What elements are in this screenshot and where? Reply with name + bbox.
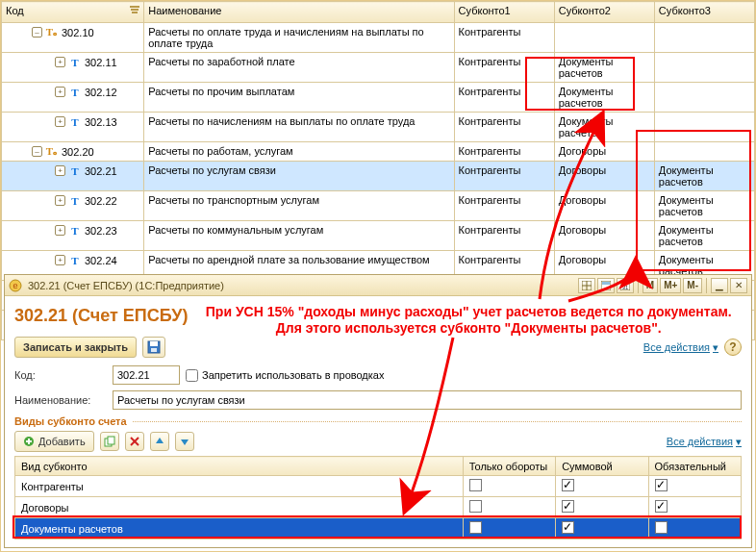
subkonto-req-cell[interactable]	[648, 518, 741, 539]
collapse-icon[interactable]: –	[32, 27, 42, 38]
titlebar-close[interactable]: ✕	[730, 278, 747, 293]
account-code: 302.20	[62, 146, 94, 158]
subkonto-req-cell[interactable]	[648, 497, 741, 518]
copy-icon	[104, 436, 115, 447]
titlebar-calc-icon[interactable]	[597, 278, 615, 293]
code-input[interactable]	[113, 365, 180, 385]
table-row[interactable]: +T302.11Расчеты по заработной платеКонтр…	[2, 53, 755, 83]
table-row[interactable]: +T302.23Расчеты по коммунальным услугамК…	[2, 221, 755, 251]
col-header-sub1[interactable]: Субконто1	[454, 2, 554, 23]
subk-col-turn[interactable]: Только обороты	[463, 457, 555, 476]
titlebar-m[interactable]: M	[643, 278, 658, 293]
col-header-sub3[interactable]: Субконто3	[654, 2, 754, 23]
checkbox-icon[interactable]	[469, 500, 482, 513]
account-group-icon: Tₒ	[45, 26, 59, 38]
cell-s2: Договоры	[554, 142, 654, 162]
checkbox-icon[interactable]	[562, 500, 574, 513]
all-actions-link-2[interactable]: Все действия▾	[667, 436, 742, 448]
subk-col-sum[interactable]: Суммовой	[556, 457, 648, 476]
expand-icon[interactable]: +	[55, 87, 65, 97]
titlebar-minimize[interactable]: ▁	[711, 278, 728, 293]
subkonto-toolbar: Добавить Все действия▾	[14, 431, 742, 452]
account-code: 302.23	[85, 225, 117, 237]
subkonto-turn-cell[interactable]	[463, 476, 555, 497]
subkonto-turn-cell[interactable]	[463, 518, 555, 539]
subk-col-req[interactable]: Обязательный	[648, 457, 741, 476]
subkonto-kind-cell: Контрагенты	[15, 476, 464, 497]
table-row[interactable]: +T302.21Расчеты по услугам связиКонтраге…	[2, 162, 755, 191]
table-row[interactable]: –Tₒ302.20Расчеты по работам, услугамКонт…	[2, 142, 755, 162]
subkonto-req-cell[interactable]	[648, 476, 741, 497]
checkbox-icon[interactable]	[655, 521, 668, 534]
checkbox-icon[interactable]	[562, 479, 574, 491]
col-header-code[interactable]: Код	[2, 2, 144, 23]
all-actions-link[interactable]: Все действия▾	[643, 341, 718, 354]
titlebar-mplus[interactable]: M+	[660, 278, 681, 293]
move-up-button[interactable]	[150, 432, 169, 451]
cell-s1: Контрагенты	[454, 53, 554, 83]
checkbox-icon[interactable]	[562, 521, 574, 534]
subkonto-table[interactable]: Вид субконто Только обороты Суммовой Обя…	[14, 456, 742, 539]
expand-icon[interactable]: +	[55, 255, 65, 265]
checkbox-icon[interactable]	[655, 500, 668, 513]
checkbox-icon[interactable]	[469, 521, 482, 534]
table-row[interactable]: –Tₒ302.10Расчеты по оплате труда и начис…	[2, 23, 755, 53]
table-row[interactable]: +T302.12Расчеты по прочим выплатамКонтра…	[2, 83, 755, 113]
checkbox-icon[interactable]	[469, 479, 482, 491]
help-button[interactable]: ?	[724, 339, 742, 356]
table-row[interactable]: +T302.13Расчеты по начислениям на выплат…	[2, 113, 755, 142]
expand-icon[interactable]: +	[55, 57, 65, 67]
save-button[interactable]	[142, 337, 165, 358]
cell-s1: Контрагенты	[454, 83, 554, 113]
add-button[interactable]: Добавить	[14, 431, 94, 452]
subkonto-row[interactable]: Договоры	[15, 497, 742, 518]
subkonto-row[interactable]: Контрагенты	[15, 476, 742, 497]
expand-icon[interactable]: +	[55, 225, 65, 236]
subkonto-turn-cell[interactable]	[463, 497, 555, 518]
titlebar-calendar-icon[interactable]: 31	[617, 278, 634, 293]
table-row[interactable]: +T302.22Расчеты по транспортным услугамК…	[2, 191, 755, 221]
cell-s2: Документы расчетов	[554, 113, 654, 142]
svg-rect-2	[132, 12, 138, 13]
label-code: Код:	[14, 369, 107, 381]
forbid-posting-checkbox-input[interactable]	[186, 369, 198, 382]
app-icon: e	[9, 279, 22, 292]
name-input[interactable]	[113, 390, 742, 410]
move-down-button[interactable]	[175, 432, 194, 451]
subkonto-sum-cell[interactable]	[556, 476, 648, 497]
account-code: 302.10	[62, 27, 94, 38]
delete-button[interactable]	[125, 432, 144, 451]
account-icon: T	[68, 254, 82, 266]
svg-rect-1	[131, 9, 139, 11]
subkonto-row[interactable]: Документы расчетов	[15, 518, 742, 539]
subkonto-sum-cell[interactable]	[556, 518, 648, 539]
cell-s2: Документы расчетов	[554, 53, 654, 83]
account-code: 302.24	[85, 255, 117, 266]
forbid-posting-checkbox[interactable]: Запретить использовать в проводках	[186, 369, 384, 382]
cell-name: Расчеты по работам, услугам	[144, 142, 454, 162]
expand-icon[interactable]: +	[55, 195, 65, 206]
delete-icon	[129, 436, 140, 447]
titlebar-mminus[interactable]: M-	[683, 278, 702, 293]
expand-icon[interactable]: +	[55, 165, 65, 176]
subk-col-kind[interactable]: Вид субконто	[15, 457, 464, 476]
save-and-close-button[interactable]: Записать и закрыть	[14, 337, 137, 358]
cell-s3	[654, 142, 754, 162]
cell-s3	[654, 53, 754, 83]
expand-icon[interactable]: +	[55, 116, 65, 127]
chevron-down-icon: ▾	[713, 341, 718, 354]
account-icon: T	[68, 115, 82, 128]
copy-button[interactable]	[100, 432, 119, 451]
cell-s2: Договоры	[554, 191, 654, 221]
subkonto-sum-cell[interactable]	[556, 497, 648, 518]
checkbox-icon[interactable]	[655, 479, 668, 491]
collapse-icon[interactable]: –	[32, 146, 42, 157]
titlebar-grid-icon[interactable]	[578, 278, 595, 293]
svg-rect-20	[108, 437, 114, 444]
col-header-name[interactable]: Наименование	[144, 2, 454, 23]
form-toolbar: Записать и закрыть Все действия▾ ?	[14, 337, 742, 358]
cell-s1: Контрагенты	[454, 191, 554, 221]
cell-s3: Документы расчетов	[654, 191, 754, 221]
col-header-sub2[interactable]: Субконто2	[554, 2, 654, 23]
account-icon: T	[68, 224, 82, 237]
